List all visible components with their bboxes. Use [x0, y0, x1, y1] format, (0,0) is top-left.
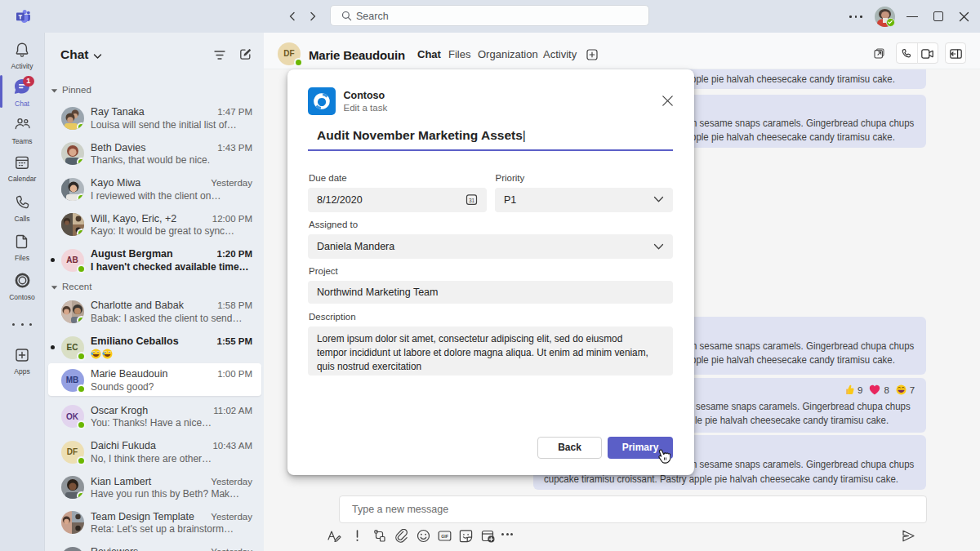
svg-text:31: 31: [468, 198, 474, 203]
svg-text:GIF: GIF: [441, 534, 448, 539]
